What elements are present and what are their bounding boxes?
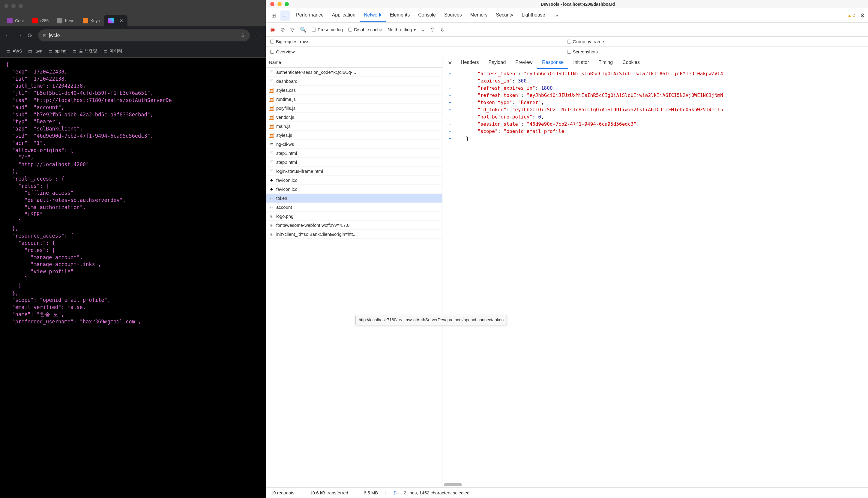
traffic-lights[interactable] — [4, 4, 23, 8]
group-frame-checkbox[interactable]: Group by frame — [567, 39, 604, 44]
panel-tab-elements[interactable]: Elements — [386, 9, 414, 22]
reload-button[interactable]: ⟳ — [28, 32, 33, 39]
browser-tab[interactable]: (285 — [28, 15, 53, 26]
request-row[interactable]: ⬒styles.css — [266, 86, 442, 95]
network-status-bar: 19 requests | 19.6 kB transferred | 6.5 … — [266, 487, 868, 498]
extensions-icon[interactable]: ⬚ — [255, 32, 261, 39]
request-row[interactable]: ◆favicon.ico — [266, 176, 442, 185]
panel-tab-lighthouse[interactable]: Lighthouse — [517, 9, 549, 22]
traffic-lights[interactable] — [270, 2, 289, 6]
request-list-header[interactable]: Name — [266, 57, 442, 68]
panel-tab-security[interactable]: Security — [492, 9, 517, 22]
back-button[interactable]: ← — [5, 32, 11, 39]
panel-tab-performance[interactable]: Performance — [292, 9, 328, 22]
detail-tab-payload[interactable]: Payload — [483, 57, 510, 69]
wifi-icon[interactable]: ⏚ — [422, 26, 425, 33]
brace-icon: {} — [393, 490, 397, 495]
request-row[interactable]: ⬒vendor.js — [266, 113, 442, 122]
detail-tabs: ✕ HeadersPayloadPreviewResponseInitiator… — [442, 57, 868, 69]
js-file-icon: ⬒ — [269, 106, 274, 111]
request-list-panel: Name 📄authenticate?session_code=kQql6Uq-… — [266, 57, 442, 487]
request-row[interactable]: ⬒runtime.js — [266, 95, 442, 104]
detail-tab-cookies[interactable]: Cookies — [617, 57, 644, 69]
detail-tab-initiator[interactable]: Initiator — [569, 57, 593, 69]
disable-cache-checkbox[interactable]: Disable cache — [348, 27, 382, 32]
ico-file-icon: ◆ — [269, 187, 274, 192]
browser-tab[interactable]: Cour — [3, 15, 28, 26]
detail-tab-response[interactable]: Response — [537, 57, 569, 69]
tab-close-icon[interactable]: ✕ — [120, 18, 123, 23]
throttling-dropdown[interactable]: No throttling ▾ — [388, 27, 416, 32]
network-main: Name 📄authenticate?session_code=kQql6Uq-… — [266, 57, 868, 487]
panel-tab-network[interactable]: Network — [360, 9, 386, 22]
devtools-titlebar: DevTools - localhost:4200/dashboard — [266, 0, 868, 9]
tab-favicon — [57, 18, 62, 23]
request-row[interactable]: 🗎init?client_id=solBankClient&origin=htt… — [266, 230, 442, 239]
request-name: login-status-iframe.html — [276, 169, 323, 174]
request-row[interactable]: 📄step2.html — [266, 158, 442, 167]
request-row[interactable]: 📄dashboard — [266, 77, 442, 86]
filter-icon[interactable]: ▽ — [290, 26, 295, 33]
request-row[interactable]: 📄authenticate?session_code=kQql6Uq-... — [266, 68, 442, 77]
panel-tab-console[interactable]: Console — [414, 9, 440, 22]
search-icon[interactable]: 🔍 — [300, 26, 307, 33]
browser-tab[interactable]: Keyc — [79, 15, 104, 26]
status-requests: 19 requests — [271, 490, 294, 495]
request-row[interactable]: ⬒polyfills.js — [266, 104, 442, 113]
upload-icon[interactable]: ⇧ — [430, 26, 435, 33]
overview-checkbox[interactable]: Overview — [270, 49, 295, 54]
request-name: fontawesome-webfont.woff2?v=4.7.0 — [276, 223, 349, 228]
request-row[interactable]: ◆favicon.ico — [266, 185, 442, 194]
bookmark-star-icon[interactable]: ☆ — [240, 32, 245, 39]
request-row[interactable]: ⇄ng-cli-ws — [266, 140, 442, 149]
bookmark-item[interactable]: 🗀솔-브랜딩 — [72, 48, 97, 54]
request-row[interactable]: 📄login-status-iframe.html — [266, 167, 442, 176]
request-row[interactable]: {}account — [266, 203, 442, 212]
bookmark-item[interactable]: 🗀데이터 — [103, 48, 122, 54]
download-icon[interactable]: ⇩ — [440, 26, 444, 33]
bookmark-item[interactable]: 🗀spring — [48, 49, 66, 53]
big-rows-checkbox[interactable]: Big request rows — [270, 39, 309, 44]
brace-file-icon: {} — [269, 205, 274, 210]
request-name: ng-cli-ws — [276, 142, 294, 147]
detail-tab-timing[interactable]: Timing — [594, 57, 617, 69]
panel-tab-sources[interactable]: Sources — [440, 9, 466, 22]
more-panels[interactable]: » — [551, 10, 562, 21]
browser-tab[interactable]: ✕ — [104, 15, 128, 26]
bookmark-item[interactable]: 🗀java — [28, 49, 42, 53]
screenshots-checkbox[interactable]: Screenshots — [567, 49, 598, 54]
warning-icon: ▲ — [847, 13, 852, 18]
request-row[interactable]: 🗎fontawesome-webfont.woff2?v=4.7.0 — [266, 221, 442, 230]
forward-button[interactable]: → — [16, 32, 22, 39]
request-row[interactable]: ⬒styles.js — [266, 131, 442, 140]
url-bar[interactable]: ⊡ jwt.io ☆ — [38, 29, 250, 41]
request-name: runtime.js — [276, 96, 296, 102]
request-row[interactable]: ⬒main.js — [266, 122, 442, 131]
folder-icon: 🗀 — [28, 49, 32, 53]
settings-icon[interactable]: ⚙ — [860, 12, 865, 19]
inspect-icon[interactable]: ⊞ — [269, 11, 278, 21]
record-button[interactable]: ◉ — [270, 26, 275, 33]
browser-tab[interactable]: Keyc — [53, 15, 78, 26]
preserve-log-checkbox[interactable]: Preserve log — [312, 27, 343, 32]
panel-tab-memory[interactable]: Memory — [466, 9, 492, 22]
response-body[interactable]: − "access_token": "eyJhbGciOiJSUzI1NiIsI… — [442, 69, 868, 487]
detail-tab-preview[interactable]: Preview — [510, 57, 537, 69]
clear-button[interactable]: ⊘ — [280, 26, 285, 33]
file-file-icon: 🗎 — [269, 232, 274, 237]
request-row[interactable]: {}token — [266, 194, 442, 203]
request-list[interactable]: 📄authenticate?session_code=kQql6Uq-...📄d… — [266, 68, 442, 487]
request-row[interactable]: 📄step1.html — [266, 149, 442, 158]
warnings-badge[interactable]: ▲ 2 — [847, 13, 855, 18]
tab-label: Keyc — [91, 18, 100, 23]
request-row[interactable]: 🗎logo.png — [266, 212, 442, 221]
browser-window: Cour(285KeycKeyc✕ ← → ⟳ ⊡ jwt.io ☆ ⬚ 🗀AW… — [0, 0, 266, 498]
close-details-button[interactable]: ✕ — [445, 58, 455, 68]
horizontal-scrollbar[interactable] — [444, 483, 462, 486]
device-icon[interactable]: ▭ — [280, 11, 290, 21]
panel-tab-application[interactable]: Application — [328, 9, 360, 22]
bookmark-item[interactable]: 🗀AWS — [6, 49, 22, 53]
url-tooltip: http://localhost:7180/realms/solAuthServ… — [356, 315, 507, 325]
detail-tab-headers[interactable]: Headers — [456, 57, 483, 69]
site-info-icon[interactable]: ⊡ — [43, 33, 46, 38]
